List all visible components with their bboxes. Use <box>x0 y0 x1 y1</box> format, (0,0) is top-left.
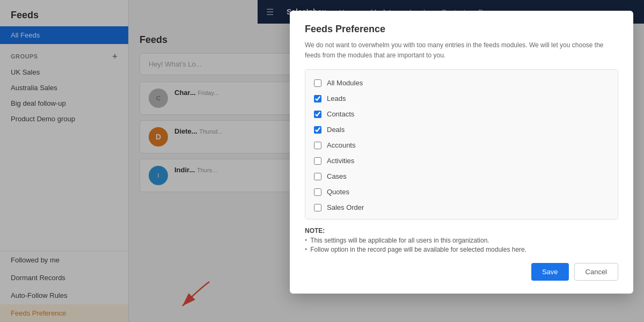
checkbox-item: Invoices <box>305 215 618 219</box>
checkbox-item: Cases <box>305 169 618 184</box>
note-item: • Follow option in the record page will … <box>305 246 618 253</box>
checkbox-item: Contacts <box>305 106 618 122</box>
save-button[interactable]: Save <box>531 263 569 281</box>
checkbox-label: Sales Order <box>327 203 364 211</box>
feeds-preference-modal: Feeds Preference We do not want to overw… <box>290 11 633 294</box>
modal-description: We do not want to overwhelm you with too… <box>305 40 618 61</box>
checkbox-label: Invoices <box>327 219 353 219</box>
note-text-2: Follow option in the record page will be… <box>310 246 526 253</box>
modules-checkbox-list: All ModulesLeadsContactsDealsAccountsAct… <box>305 69 618 219</box>
checkbox-item: Leads <box>305 91 618 106</box>
cancel-button[interactable]: Cancel <box>574 263 618 281</box>
checkbox-item: Deals <box>305 122 618 137</box>
checkbox-item: All Modules <box>305 75 618 91</box>
checkbox-invoices[interactable] <box>314 219 321 220</box>
checkbox-activities[interactable] <box>314 157 321 165</box>
checkbox-item: Quotes <box>305 184 618 200</box>
modal-title: Feeds Preference <box>305 24 618 35</box>
checkbox-deals[interactable] <box>314 126 321 134</box>
checkbox-label: Deals <box>327 126 345 134</box>
checkbox-item: Sales Order <box>305 200 618 215</box>
checkbox-accounts[interactable] <box>314 142 321 149</box>
note-text-1: This settings will be applicable for all… <box>310 237 489 244</box>
checkbox-sales-order[interactable] <box>314 204 321 211</box>
note-section: NOTE: • This settings will be applicable… <box>305 227 618 253</box>
checkbox-leads[interactable] <box>314 95 321 103</box>
note-item: • This settings will be applicable for a… <box>305 237 618 244</box>
checkbox-label: Quotes <box>327 188 349 196</box>
note-label: NOTE: <box>305 227 618 235</box>
checkbox-label: All Modules <box>327 79 363 87</box>
checkbox-label: Cases <box>327 172 347 180</box>
checkbox-contacts[interactable] <box>314 111 321 118</box>
checkbox-item: Accounts <box>305 137 618 153</box>
checkbox-label: Accounts <box>327 141 355 149</box>
checkbox-cases[interactable] <box>314 173 321 180</box>
checkbox-all-modules[interactable] <box>314 79 321 87</box>
checkbox-label: Activities <box>327 157 354 165</box>
checkbox-item: Activities <box>305 153 618 169</box>
checkbox-quotes[interactable] <box>314 188 321 196</box>
modal-actions: Save Cancel <box>305 263 618 281</box>
checkbox-label: Leads <box>327 94 346 103</box>
checkbox-label: Contacts <box>327 110 354 118</box>
